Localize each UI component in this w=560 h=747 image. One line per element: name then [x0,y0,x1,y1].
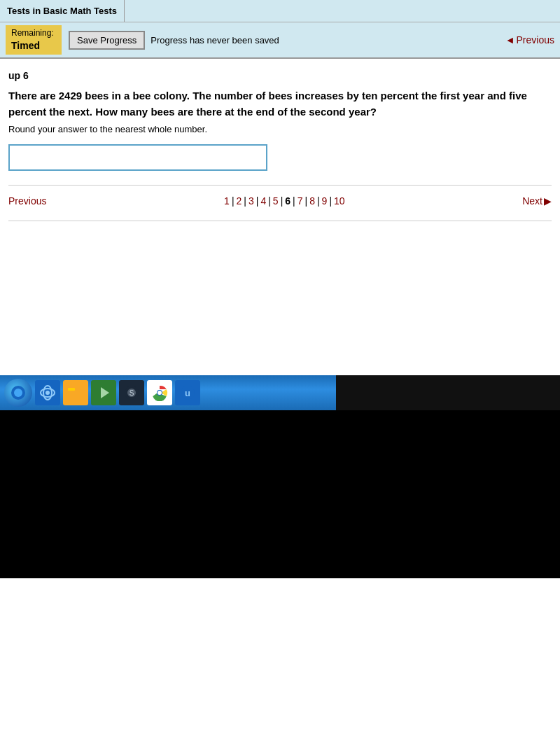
svg-point-13 [158,391,162,395]
laptop-bottom [0,410,560,578]
svg-point-4 [46,391,50,395]
page-7[interactable]: 7 [295,195,305,207]
page-2[interactable]: 2 [234,195,244,207]
svg-rect-6 [68,388,75,391]
start-button[interactable] [4,379,32,407]
steam-icon[interactable]: S [119,380,144,405]
remaining-value: Timed [11,39,56,52]
page-3[interactable]: 3 [246,195,256,207]
uplay-icon[interactable]: u [175,380,200,405]
folder-icon[interactable] [63,380,88,405]
page-8[interactable]: 8 [307,195,317,207]
ie-icon[interactable] [35,380,60,405]
save-progress-button[interactable]: Save Progress [69,31,145,50]
previous-arrow-icon: ◄ [505,34,515,46]
svg-text:u: u [185,388,190,398]
next-arrow-icon: ▶ [544,195,552,207]
svg-marker-7 [101,387,109,398]
page-1[interactable]: 1 [222,195,232,207]
top-bar: Tests in Basic Math Tests [0,0,560,22]
main-content: up 6 There are 2429 bees in a bee colony… [0,59,560,235]
svg-text:S: S [130,389,134,397]
remaining-block: Remaining: Timed [6,25,62,55]
progress-status: Progress has never been saved [150,35,505,46]
page-title: Tests in Basic Math Tests [0,0,125,22]
next-label: Next [522,195,542,207]
svg-point-1 [14,389,22,397]
svg-rect-5 [68,389,83,399]
pagination-next-button[interactable]: Next ▶ [522,195,552,207]
question-text: There are 2429 bees in a bee colony. The… [8,88,552,120]
pagination-previous-button[interactable]: Previous [8,195,46,207]
pagination: Previous 1 | 2 | 3 | 4 | 5 | 6 | 7 | 8 |… [8,185,552,207]
remaining-label: Remaining: [11,28,56,39]
page-numbers: 1 | 2 | 3 | 4 | 5 | 6 | 7 | 8 | 9 | 10 [60,195,508,207]
bottom-divider [8,221,552,221]
page-6-current: 6 [283,195,293,207]
page-10[interactable]: 10 [332,195,347,207]
previous-top-button[interactable]: ◄ Previous [505,34,554,46]
media-icon[interactable] [91,380,116,405]
dark-area: S u [0,375,560,578]
answer-input[interactable] [8,144,267,171]
page-5[interactable]: 5 [271,195,281,207]
taskbar: S u [0,375,336,410]
question-instruction: Round your answer to the nearest whole n… [8,124,552,134]
question-label: up 6 [8,70,552,81]
toolbar: Remaining: Timed Save Progress Progress … [0,22,560,59]
page-4[interactable]: 4 [258,195,268,207]
previous-top-label: Previous [517,34,554,46]
page-9[interactable]: 9 [320,195,330,207]
chrome-icon[interactable] [147,380,172,405]
